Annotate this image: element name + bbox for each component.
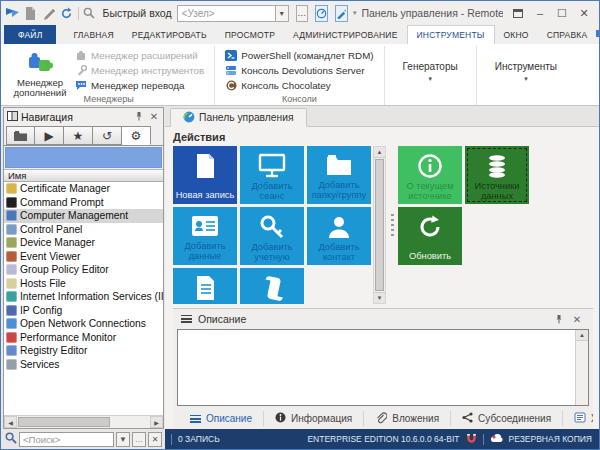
tree-item[interactable]: Device Manager [4, 236, 163, 250]
tile-script[interactable] [240, 268, 304, 304]
tab-window[interactable]: ОКНО [495, 25, 538, 44]
control-panel-icon [6, 224, 17, 235]
tab-view[interactable]: ПРОСМОТР [216, 25, 284, 44]
tree-item[interactable]: Control Panel [4, 223, 163, 237]
tree-item[interactable]: Hosts File [4, 277, 163, 291]
tree-item[interactable]: Certificate Manager [4, 182, 163, 196]
chocolatey-console-item[interactable]: Консоль Chocolatey [221, 78, 377, 93]
tab-home[interactable]: ГЛАВНАЯ [64, 25, 122, 44]
host-input[interactable] [177, 5, 275, 22]
chevron-down-icon[interactable]: ▼ [275, 5, 289, 22]
description-scrollbar[interactable]: ▲ [575, 330, 588, 405]
scroll-right-icon[interactable]: ▶ [150, 416, 163, 428]
tab-description[interactable]: Описание [179, 411, 264, 426]
window-switch-icon[interactable] [596, 26, 600, 44]
chocolatey-icon [225, 80, 237, 92]
generators-dropdown[interactable]: Генераторы ▼ [391, 55, 470, 85]
tile-add-contact[interactable]: Добавить контакт [307, 207, 371, 265]
tab-edit[interactable]: РЕДАКТИРОВАТЬ [123, 25, 216, 44]
tile-new-entry[interactable]: Новая запись [173, 146, 237, 204]
backup-label[interactable]: РЕЗЕРВНАЯ КОПИЯ [509, 434, 592, 444]
tree-item[interactable]: Internet Information Services (IIS) [4, 290, 163, 304]
tile-add-folder[interactable]: Добавить папку/группу [307, 146, 371, 204]
tab-history-icon[interactable]: ↺ [93, 126, 122, 145]
scroll-up-icon[interactable]: ▲ [576, 330, 588, 341]
scroll-thumb[interactable] [375, 159, 384, 291]
scroll-down-icon[interactable]: ▼ [374, 292, 385, 303]
scroll-thumb[interactable] [18, 417, 110, 427]
close-icon[interactable]: ✕ [571, 313, 583, 325]
scroll-up-icon[interactable]: ▲ [374, 147, 385, 158]
tree-item[interactable]: Command Prompt [4, 196, 163, 210]
tab-dashboard[interactable]: Панель управления [170, 108, 307, 127]
tab-sessions-play-icon[interactable]: ▶ [35, 126, 64, 145]
tile-add-data[interactable]: Добавить данные [173, 207, 237, 265]
tree-item[interactable]: Registry Editor [4, 344, 163, 358]
tree-item[interactable]: Services [4, 358, 163, 372]
new-entry-icon[interactable] [25, 5, 37, 21]
tab-logs[interactable]: Журналы [563, 411, 593, 426]
panel-icon [7, 111, 18, 123]
tab-file[interactable]: ФАЙЛ [4, 25, 56, 44]
minimize-button[interactable]: – [530, 5, 550, 22]
tile-document[interactable] [173, 268, 237, 304]
tree-item-selected[interactable]: Computer Management [4, 209, 163, 223]
tab-tools-gear-icon[interactable]: ⚙ [122, 126, 151, 145]
name-column-header[interactable]: Имя [4, 169, 163, 182]
tree-item[interactable]: Event Viewer [4, 250, 163, 264]
actions-vertical-scrollbar[interactable]: ▲ ▼ [373, 146, 386, 304]
tab-help[interactable]: СПРАВКА [538, 25, 597, 44]
close-button[interactable]: ✕ [574, 5, 594, 22]
tool-manager-item[interactable]: Менеджер инструментов [71, 63, 208, 78]
chevron-down-icon[interactable]: ▼ [116, 432, 130, 447]
tab-favorites-star-icon[interactable]: ★ [64, 126, 93, 145]
tab-subconnections[interactable]: Субсоединения [451, 411, 563, 426]
scroll-left-icon[interactable]: ◀ [4, 416, 17, 428]
pin-icon[interactable] [553, 313, 565, 325]
maximize-button[interactable]: ☐ [552, 5, 572, 22]
addon-manager-button[interactable]: Менеджер дополнений [9, 47, 71, 99]
tile-refresh[interactable]: Обновить [398, 207, 462, 265]
info-icon [417, 153, 443, 181]
ellipsis-button[interactable]: … [132, 432, 146, 447]
tab-attachments[interactable]: Вложения [364, 411, 451, 426]
magnet-icon[interactable] [466, 433, 477, 446]
tab-administration[interactable]: АДМИНИСТРИРОВАНИЕ [284, 25, 406, 44]
ellipsis-button[interactable]: … [296, 5, 308, 22]
tree-item[interactable]: IP Config [4, 304, 163, 318]
refresh-icon[interactable] [60, 5, 73, 21]
splitter-handle[interactable] [386, 146, 398, 304]
tile-add-credential[interactable]: Добавить учетную [240, 207, 304, 265]
tools-dropdown[interactable]: Инструменты ▼ [483, 55, 569, 85]
tree-item[interactable]: Performance Monitor [4, 331, 163, 345]
tab-entries-folder-icon[interactable] [6, 126, 35, 145]
search-icon[interactable] [83, 5, 95, 21]
dashboard-gauge-button[interactable] [315, 5, 328, 22]
tile-datasource-info[interactable]: О текущем источнике [398, 146, 462, 204]
powershell-item[interactable]: PowerShell (командлет RDM) [221, 48, 377, 63]
tree-item[interactable]: Open Network Connections [4, 317, 163, 331]
extension-manager-item[interactable]: Менеджер расширений [71, 48, 208, 63]
tab-information[interactable]: Информация [264, 411, 364, 426]
clear-search-icon[interactable]: ✕ [148, 432, 162, 447]
focus-mode-button[interactable] [508, 5, 528, 22]
devolutions-server-console-item[interactable]: Консоль Devolutions Server [221, 63, 377, 78]
search-input[interactable] [19, 432, 114, 447]
horizontal-scrollbar[interactable]: ◀ ▶ [4, 415, 163, 428]
quick-connect-pen-button[interactable] [335, 5, 348, 22]
share-icon [462, 412, 473, 425]
tile-datasources[interactable]: Источники данных [465, 146, 529, 204]
tab-tools[interactable]: ИНСТРУМЕНТЫ [407, 25, 495, 44]
translation-manager-item[interactable]: Менеджер перевода [71, 78, 208, 93]
group-label-consoles: Консоли [215, 94, 383, 104]
pin-icon[interactable] [133, 111, 145, 123]
close-icon[interactable]: ✕ [148, 111, 160, 123]
server-icon [225, 65, 237, 77]
tile-add-session[interactable]: Добавить сеанс [240, 146, 304, 204]
edit-pencil-icon[interactable] [42, 5, 55, 21]
selected-entry-row[interactable] [5, 147, 162, 168]
backup-cloud-icon[interactable] [490, 433, 503, 445]
tree-item[interactable]: Group Policy Editor [4, 263, 163, 277]
quick-connect-combo[interactable]: ▼ [177, 5, 289, 22]
description-textarea[interactable]: ▲ [177, 329, 589, 406]
